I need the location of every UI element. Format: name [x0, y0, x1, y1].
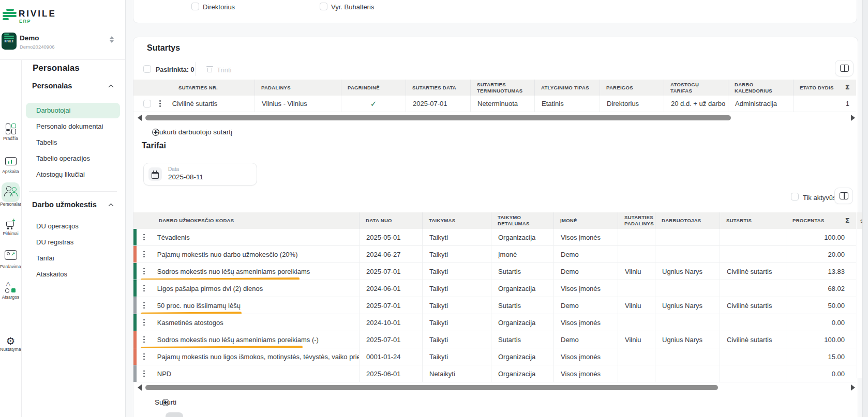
scroll-right-arrow[interactable]: [851, 384, 855, 391]
row-status-bar: [133, 280, 137, 297]
row-menu-icon[interactable]: [143, 268, 145, 275]
row-menu-icon[interactable]: [143, 336, 145, 343]
partial-bottom-element: [166, 412, 183, 417]
direktorius-label: Direktorius: [203, 3, 235, 11]
tarifai-header-row: DARBO UŽMOKESČIO KODAS DATA NUO TAIKYMAS…: [133, 212, 856, 229]
rail-item-pardavimai[interactable]: Pardavimai: [0, 250, 21, 269]
seller-icon: [5, 250, 17, 260]
rivile-logo-icon: [3, 9, 17, 21]
sidebar-item-personalo-dokumentai[interactable]: Personalo dokumentai: [21, 119, 125, 134]
chevron-up-icon[interactable]: [109, 85, 114, 90]
menu-divider: [29, 191, 117, 192]
rail-item-apskaita[interactable]: Apskaita: [0, 156, 21, 174]
row-menu-icon[interactable]: [143, 302, 145, 309]
table-row[interactable]: Pajamų mokestis nuo ligos išmokos, motin…: [133, 348, 856, 365]
sidebar-item-ataskaitos[interactable]: Ataskaitos: [21, 267, 125, 282]
scroll-left-arrow[interactable]: [138, 115, 142, 121]
row-menu-icon[interactable]: [143, 285, 145, 292]
row-checkbox[interactable]: [143, 100, 151, 107]
cell-sutarties-nr: Civilinė sutartis: [172, 100, 217, 107]
sidebar-item-tabelis[interactable]: Tabelis: [21, 135, 125, 150]
date-field-value[interactable]: 2025-08-11: [168, 173, 203, 181]
cell-pareigos: Direktorius: [600, 96, 664, 112]
sum-sigma-icon[interactable]: Σ: [845, 217, 850, 225]
cell-padalinys: Vilnius - Vilnius: [255, 96, 341, 112]
page-title: Personalas: [33, 63, 80, 73]
column-settings-button[interactable]: [834, 188, 853, 204]
table-row[interactable]: Sodros mokestis nuo lėšų asmeniniams por…: [133, 263, 856, 280]
vyr-buhalteris-checkbox[interactable]: [320, 3, 327, 10]
cell-kodas: Tėvadienis: [157, 234, 190, 241]
sutartys-card: Sutartys Pasirinkta: 0 Trinti SUTARTIES …: [133, 37, 858, 417]
sidebar-item-du-operacijos[interactable]: DU operacijos: [21, 219, 125, 234]
create-contract-button[interactable]: Sukurti darbuotojo sutartį: [155, 128, 232, 136]
sutartys-title: Sutartys: [147, 43, 180, 53]
date-field[interactable]: Data 2025-08-11: [143, 163, 257, 186]
delete-button[interactable]: Trinti: [217, 66, 231, 74]
direktorius-checkbox[interactable]: [191, 3, 199, 10]
create-tariff-button[interactable]: Sukurti: [155, 398, 176, 406]
row-menu-icon[interactable]: [143, 353, 145, 360]
table-row[interactable]: Tėvadienis 2025-05-01 Taikyti Organizaci…: [133, 229, 856, 246]
scroll-right-arrow[interactable]: [851, 115, 855, 121]
sidebar-item-darbuotojai[interactable]: Darbuotojai: [26, 103, 120, 118]
select-all-checkbox[interactable]: [143, 65, 151, 73]
table-row[interactable]: Kasmetinės atostogos 2024-10-01 Taikyti …: [133, 314, 856, 331]
workspace-avatar: RIVILE: [2, 33, 17, 50]
selected-count-label: Pasirinkta: 0: [156, 66, 194, 73]
horizontal-scrollbar-thumb[interactable]: [145, 115, 731, 120]
toolbar-divider: [196, 62, 196, 76]
sum-sigma-icon[interactable]: Σ: [845, 83, 850, 91]
rail-item-nustatymai[interactable]: ⚙ Nustatymai: [0, 336, 21, 352]
menu-section-darbo-uzmokestis[interactable]: Darbo užmokestis: [32, 200, 97, 209]
rail-item-personalas[interactable]: Personalas: [0, 186, 21, 207]
menu-section-personalas[interactable]: Personalas: [32, 82, 72, 90]
brand-sub: ERP: [19, 19, 31, 24]
only-active-checkbox[interactable]: [791, 193, 799, 200]
only-active-label: Tik aktyvūs: [803, 194, 836, 202]
tarifai-title: Tarifai: [142, 141, 166, 150]
columns-icon: [840, 65, 849, 72]
vyr-buhalteris-label: Vyr. Buhalteris: [331, 3, 374, 11]
table-row[interactable]: NPD 2025-06-01 Netaikyti Organizacija Vi…: [133, 365, 856, 382]
row-menu-icon[interactable]: [143, 370, 145, 377]
sidebar-header: RIVILE ERP RIVILE Demo Demo20240906: [0, 0, 125, 60]
table-row[interactable]: Ligos pašalpa pirmos dvi (2) dienos 2024…: [133, 280, 856, 297]
table-row[interactable]: Pajamų mokestis nuo darbo užmokesčio (20…: [133, 246, 856, 263]
cell-etato-dydis: 1: [794, 96, 856, 112]
sidebar-item-tabelio-operacijos[interactable]: Tabelio operacijos: [21, 151, 125, 166]
table-row[interactable]: Sodros mokestis nuo lėšų asmeniniams por…: [133, 331, 856, 348]
row-status-bar: [133, 297, 137, 314]
rail-item-pradzia[interactable]: Pradžia: [0, 123, 21, 141]
highlight-underline-annotation: [141, 277, 300, 280]
column-settings-button[interactable]: [835, 60, 854, 76]
row-menu-icon[interactable]: [159, 100, 161, 107]
row-menu-icon[interactable]: [143, 251, 145, 258]
row-menu-icon[interactable]: [143, 319, 145, 326]
sidebar-item-tarifai[interactable]: Tarifai: [21, 251, 125, 266]
rail-item-pirkimai[interactable]: + Pirkimai: [0, 219, 21, 236]
dashboard-icon: [5, 123, 17, 134]
sidebar-item-du-registras[interactable]: DU registras: [21, 235, 125, 250]
cell-terminuotumas: Neterminuota: [471, 96, 535, 112]
workspace-id: Demo20240906: [20, 44, 55, 50]
gear-icon: ⚙: [6, 336, 16, 346]
rail-item-atsargos[interactable]: △ Atsargos: [0, 282, 21, 300]
tarifai-table: DARBO UŽMOKESČIO KODAS DATA NUO TAIKYMAS…: [133, 212, 856, 382]
page-scrollbar[interactable]: [862, 0, 868, 417]
horizontal-scrollbar-thumb[interactable]: [145, 385, 718, 390]
highlight-underline-annotation: [141, 312, 242, 314]
row-menu-icon[interactable]: [143, 234, 145, 241]
sidebar-item-atostogu-likuciai[interactable]: Atostogų likučiai: [21, 167, 125, 182]
nav-rail: Pradžia Apskaita Personalas + Pirkimai: [0, 59, 22, 417]
cell-kodas: 50 proc. nuo išsiimamų lėšų: [157, 302, 241, 310]
chevron-up-icon[interactable]: [109, 204, 114, 209]
table-row[interactable]: 50 proc. nuo išsiimamų lėšų 2025-07-01 T…: [133, 297, 856, 314]
brand-name: RIVILE: [19, 9, 56, 19]
sutartys-row[interactable]: Civilinė sutartis Vilnius - Vilnius 2025…: [133, 96, 856, 112]
workspace-switcher-icon[interactable]: [110, 36, 114, 43]
scroll-left-arrow[interactable]: [138, 384, 142, 391]
cell-kodas: Sodros mokestis nuo lėšų asmeniniams por…: [157, 336, 319, 344]
row-status-bar: [133, 331, 137, 348]
sutartys-table: SUTARTIES NR. PADALINYS PAGRINDINĖ SUTAR…: [133, 80, 856, 112]
